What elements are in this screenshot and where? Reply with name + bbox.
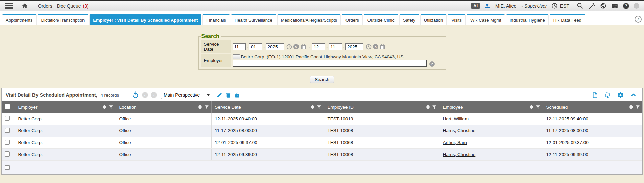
employer-remove-button[interactable]: – [233,54,240,59]
filter-icon[interactable] [109,105,113,110]
nav-prev-icon[interactable]: ‹ [142,92,148,98]
employer-help-icon[interactable]: ? [429,61,435,67]
tab-visits[interactable]: Visits [448,14,465,25]
filter-icon[interactable] [317,105,321,110]
perspective-select[interactable]: Main Perspective [161,91,212,99]
tab-wr-case-mgmt[interactable]: WR Case Mgmt [467,14,505,25]
undo-icon[interactable] [132,91,139,99]
breadcrumb-doc-queue[interactable]: Doc Queue [57,3,81,9]
toolbar-divider [125,88,125,101]
to-year-input[interactable] [345,43,363,50]
employee-link[interactable]: Hart, William [443,116,469,121]
column-header-location[interactable]: Location [116,101,211,113]
magic-wand-icon[interactable] [589,2,596,9]
tab-dictation-transcription[interactable]: Dictation/Transcription [38,14,88,25]
from-month-input[interactable] [233,43,246,50]
column-header-service-date[interactable]: Service Date [211,101,324,113]
select-all-checkbox[interactable] [5,104,10,109]
employer-field: – Better Corp. (EO-1) 12001 Pacific Coas… [232,54,443,67]
tab-orders[interactable]: Orders [342,14,362,25]
search-icon[interactable] [576,2,584,10]
tab-industrial-hygiene[interactable]: Industrial Hygiene [506,14,548,25]
sort-icon[interactable] [629,105,633,109]
filter-icon[interactable] [635,105,640,110]
employer-selected-value[interactable]: Better Corp. (EO-1) 12001 Pacific Coast … [241,54,404,59]
tab-financials[interactable]: Financials [203,14,230,25]
table-header-row: Employer Location Service Date Employee … [2,101,642,113]
results-toolbar: Visit Detail By Scheduled Appointment, 4… [2,88,642,101]
tab-utilization[interactable]: Utilization [421,14,446,25]
tab-outside-clinic[interactable]: Outside Clinic [364,14,398,25]
results-title: Visit Detail By Scheduled Appointment, [6,92,97,98]
status-circle-icon[interactable] [634,3,639,9]
lock-icon[interactable] [234,92,240,98]
row-checkbox[interactable] [5,140,10,145]
tab-safety[interactable]: Safety [400,14,419,25]
column-header-employee[interactable]: Employee [439,101,543,113]
column-header-employee-id[interactable]: Employee ID [324,101,439,113]
search-button[interactable]: Search [310,76,334,83]
filter-icon[interactable] [535,105,540,110]
breadcrumb-orders[interactable]: Orders [38,3,52,9]
delete-perspective-icon[interactable] [225,92,232,98]
help-icon[interactable]: ? [623,3,629,9]
date-separator: - [326,44,328,49]
from-time-icon[interactable] [286,44,292,50]
sort-icon[interactable] [311,105,314,109]
employer-search-input[interactable] [233,60,427,67]
cell-employee-id: TEST-10019 [324,113,439,125]
row-checkbox[interactable] [5,128,10,133]
to-day-input[interactable] [329,43,342,50]
select-all-header[interactable] [2,101,15,113]
tab-medications-allergies-scripts[interactable]: Medications/Allergies/Scripts [278,14,340,25]
tab-health-surveillance[interactable]: Health Surveillance [231,14,276,25]
cell-employee-id: TEST-10008 [324,125,439,137]
clock-icon[interactable] [551,3,558,9]
sort-icon[interactable] [198,105,202,109]
globe-icon[interactable] [600,3,606,9]
nav-next-icon[interactable]: › [151,92,157,98]
tab-hr-data-feed[interactable]: HR Data Feed [550,14,585,25]
cell-employer: Better Corp. [15,137,116,148]
menu-icon[interactable] [5,3,13,9]
from-day-input[interactable] [249,43,262,50]
tab-appointments[interactable]: Appointments [2,14,36,25]
cell-service-date: 11-17-2025 08:00:00 [211,125,324,137]
footer-checkbox[interactable] [5,165,10,170]
from-calendar-icon[interactable] [300,44,306,50]
table-row: Better Corp. Office 12-01-2025 09:37:00 … [2,137,642,148]
to-calendar-icon[interactable] [380,44,386,50]
column-header-employer[interactable]: Employer [15,101,116,113]
cell-service-date: 12-01-2025 09:37:00 [211,137,324,148]
tab-employer-visit-detail[interactable]: Employer : Visit Detail By Scheduled App… [90,14,201,25]
new-document-icon[interactable] [592,92,598,99]
user-icon[interactable] [484,3,491,9]
from-year-input[interactable] [266,43,284,50]
sort-icon[interactable] [426,105,430,109]
cell-scheduled: 12-01-2025 09:37:00 [543,137,642,148]
settings-gear-icon[interactable] [617,92,624,99]
employee-link[interactable]: Arthur, Sam [443,140,467,145]
row-checkbox[interactable] [5,116,10,121]
sort-icon[interactable] [530,105,533,109]
keyboard-icon[interactable] [611,3,619,9]
search-legend: Search [201,33,221,39]
to-clear-icon[interactable]: × [373,44,378,49]
from-clear-icon[interactable]: × [293,44,299,49]
collapse-panel-icon[interactable] [630,92,637,98]
column-header-scheduled[interactable]: Scheduled [543,101,642,113]
to-time-icon[interactable] [366,44,372,50]
row-checkbox[interactable] [5,151,10,157]
home-icon[interactable] [21,3,28,9]
to-month-input[interactable] [312,43,325,50]
open-new-window-icon[interactable]: ↗ [635,16,642,23]
filter-icon[interactable] [204,105,209,110]
sort-icon[interactable] [103,105,106,109]
edit-perspective-icon[interactable] [216,92,222,98]
employee-link[interactable]: Harris, Christine [443,152,476,157]
employee-link[interactable]: Harris, Christine [443,128,476,133]
refresh-icon[interactable] [604,91,611,99]
filter-icon[interactable] [432,105,437,110]
user-name[interactable]: MIE, Alice [495,3,516,9]
ai-badge[interactable]: AI [471,3,480,9]
